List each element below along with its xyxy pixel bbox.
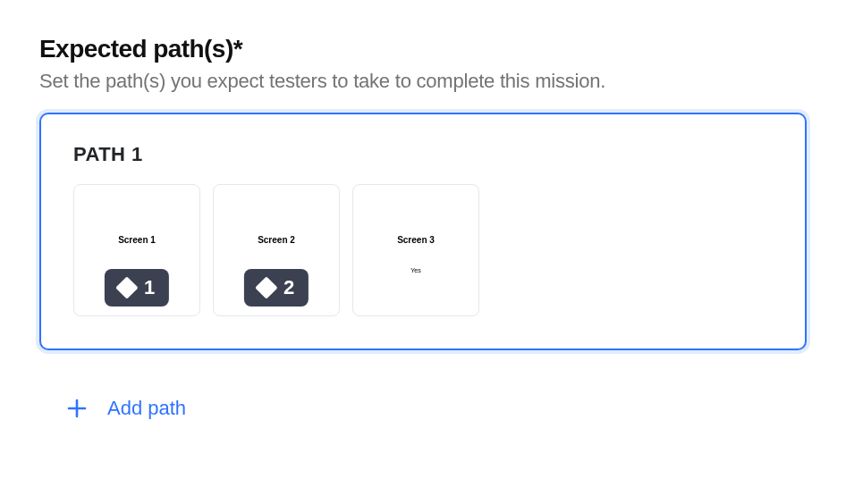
screen-order-badge: 1	[105, 269, 169, 307]
badge-number: 2	[283, 276, 294, 299]
add-path-label: Add path	[107, 397, 186, 420]
add-path-button[interactable]: Add path	[66, 397, 186, 420]
screen-order-badge: 2	[244, 269, 309, 307]
screen-thumbnail[interactable]: Screen 1 1	[73, 184, 200, 316]
badge-number: 1	[144, 276, 155, 299]
path-title: PATH 1	[73, 143, 773, 166]
screens-row: Screen 1 1 Screen 2 2 Screen 3 Yes	[73, 184, 773, 316]
section-subtitle: Set the path(s) you expect testers to ta…	[39, 70, 807, 93]
plus-icon	[66, 398, 88, 419]
screen-label: Screen 3	[353, 235, 478, 245]
screen-label: Screen 2	[214, 235, 339, 245]
screen-thumbnail[interactable]: Screen 3 Yes	[352, 184, 479, 316]
section-title: Expected path(s)*	[39, 34, 807, 64]
screen-sub-label: Yes	[353, 267, 478, 273]
diamond-icon	[115, 276, 138, 298]
diamond-icon	[255, 276, 277, 298]
path-card[interactable]: PATH 1 Screen 1 1 Screen 2 2	[39, 113, 807, 350]
screen-label: Screen 1	[74, 235, 199, 245]
screen-thumbnail[interactable]: Screen 2 2	[213, 184, 340, 316]
